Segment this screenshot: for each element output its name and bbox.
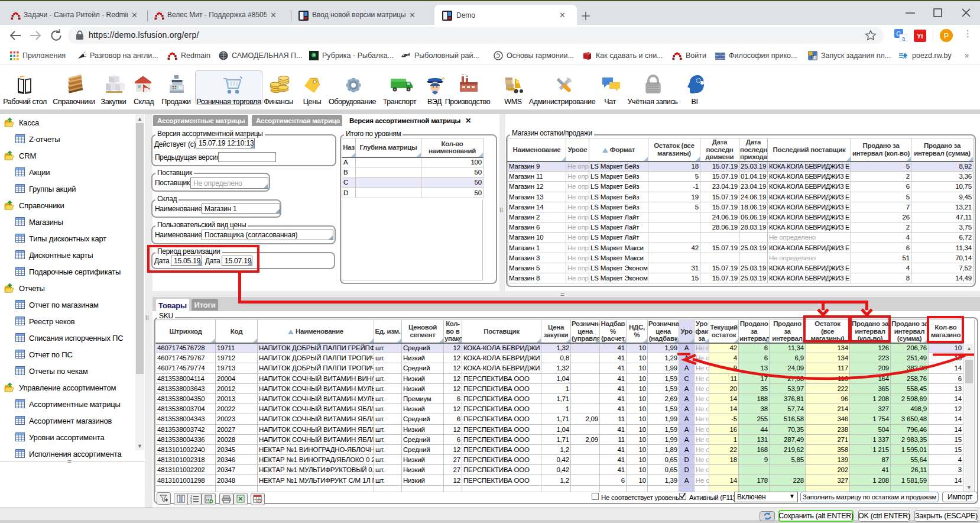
svg-text:a: a	[902, 35, 906, 42]
svg-text:3: 3	[190, 501, 192, 503]
svg-text:IT: IT	[811, 54, 815, 59]
